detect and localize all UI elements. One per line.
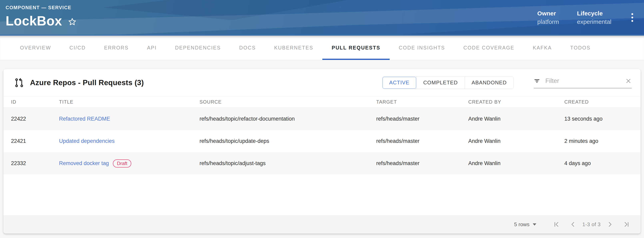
draft-status-badge: Draft	[113, 159, 131, 167]
tab-pull-requests[interactable]: PULL REQUESTS	[322, 36, 390, 60]
prev-page-button[interactable]	[565, 218, 581, 230]
filter-funnel-icon	[534, 78, 540, 84]
pr-created: 2 minutes ago	[564, 138, 640, 144]
pull-requests-card: Azure Repos - Pull Requests (3) ACTIVE C…	[4, 69, 640, 233]
favorite-button[interactable]	[68, 17, 77, 27]
pr-created-by: Andre Wanlin	[468, 160, 564, 166]
pr-id: 22332	[11, 160, 59, 166]
pull-requests-table: ID TITLE SOURCE TARGET CREATED BY CREATE…	[4, 96, 640, 215]
tab-kubernetes[interactable]: KUBERNETES	[265, 36, 322, 60]
column-header-title: TITLE	[59, 99, 200, 105]
lifecycle-block: Lifecycle experimental	[577, 10, 612, 25]
caret-down-icon	[533, 223, 536, 225]
pr-source: refs/heads/topic/update-deps	[200, 138, 376, 144]
column-header-target: TARGET	[376, 99, 468, 105]
table-row: 22421 Updated dependencies refs/heads/to…	[4, 130, 640, 152]
pull-request-icon	[14, 78, 24, 88]
column-header-created: CREATED	[564, 99, 640, 105]
tab-dependencies[interactable]: DEPENDENCIES	[166, 36, 230, 60]
pr-created-by: Andre Wanlin	[468, 138, 564, 144]
lifecycle-label: Lifecycle	[577, 10, 612, 17]
clear-filter-button[interactable]	[625, 78, 632, 84]
content-area: Azure Repos - Pull Requests (3) ACTIVE C…	[0, 60, 644, 233]
rows-per-page-value: 5 rows	[514, 221, 530, 227]
table-header-row: ID TITLE SOURCE TARGET CREATED BY CREATE…	[4, 96, 640, 108]
tab-todos[interactable]: TODOS	[561, 36, 600, 60]
prev-page-icon	[570, 221, 576, 228]
table-pagination: 5 rows 1-3 of 3	[4, 215, 640, 233]
first-page-icon	[553, 221, 560, 228]
card-header: Azure Repos - Pull Requests (3) ACTIVE C…	[4, 69, 640, 96]
owner-value: platform	[537, 19, 559, 25]
tab-overview[interactable]: OVERVIEW	[11, 36, 60, 60]
column-header-source: SOURCE	[200, 99, 376, 105]
tab-code-coverage[interactable]: CODE COVERAGE	[454, 36, 524, 60]
column-header-id: ID	[11, 99, 59, 105]
pr-title-link[interactable]: Removed docker tag	[59, 160, 109, 166]
pr-created: 13 seconds ago	[564, 116, 640, 122]
pr-target: refs/heads/master	[376, 138, 468, 144]
pr-created: 4 days ago	[564, 160, 640, 166]
filter-abandoned-button[interactable]: ABANDONED	[465, 77, 514, 89]
last-page-icon	[623, 221, 630, 228]
lifecycle-value: experimental	[577, 19, 612, 25]
pr-source: refs/heads/topic/adjust-tags	[200, 160, 376, 166]
last-page-button[interactable]	[618, 218, 634, 230]
pr-id: 22422	[11, 116, 59, 122]
breadcrumb: COMPONENT — SERVICE	[6, 5, 537, 11]
star-icon	[68, 17, 77, 27]
pr-target: refs/heads/master	[376, 160, 468, 166]
tab-docs[interactable]: DOCS	[230, 36, 265, 60]
pr-title-link[interactable]: Refactored README	[59, 116, 110, 122]
pr-status-filter-group: ACTIVE COMPLETED ABANDONED	[382, 77, 514, 89]
pr-created-by: Andre Wanlin	[468, 116, 564, 122]
filter-input[interactable]	[545, 77, 620, 85]
column-header-created-by: CREATED BY	[468, 99, 564, 105]
pr-target: refs/heads/master	[376, 116, 468, 122]
pr-source: refs/heads/topic/refactor-documentation	[200, 116, 376, 122]
filter-completed-button[interactable]: COMPLETED	[416, 77, 465, 89]
tab-kafka[interactable]: KAFKA	[524, 36, 561, 60]
pr-id: 22421	[11, 138, 59, 144]
next-page-button[interactable]	[602, 218, 618, 230]
kebab-menu-icon[interactable]	[630, 11, 635, 24]
owner-label: Owner	[537, 10, 559, 17]
table-filter	[534, 77, 632, 88]
card-title: Azure Repos - Pull Requests (3)	[30, 79, 144, 87]
table-empty-space	[4, 174, 640, 215]
first-page-button[interactable]	[548, 218, 565, 230]
entity-header: COMPONENT — SERVICE LockBox Owner platfo…	[0, 0, 644, 36]
page-title: LockBox	[6, 13, 62, 29]
tab-api[interactable]: API	[138, 36, 166, 60]
tab-errors[interactable]: ERRORS	[95, 36, 138, 60]
pr-title-link[interactable]: Updated dependencies	[59, 138, 115, 144]
owner-block: Owner platform	[537, 10, 559, 25]
tab-ci-cd[interactable]: CI/CD	[60, 36, 95, 60]
filter-active-button[interactable]: ACTIVE	[382, 77, 416, 89]
table-row: 22332 Removed docker tag Draft refs/head…	[4, 152, 640, 174]
entity-tabs: OVERVIEW CI/CD ERRORS API DEPENDENCIES D…	[0, 36, 644, 60]
table-row: 22422 Refactored README refs/heads/topic…	[4, 108, 640, 130]
tab-code-insights[interactable]: CODE INSIGHTS	[390, 36, 454, 60]
clear-icon	[625, 78, 632, 84]
pagination-range: 1-3 of 3	[582, 221, 600, 227]
rows-per-page-select[interactable]: 5 rows	[514, 221, 536, 227]
next-page-icon	[606, 221, 614, 228]
